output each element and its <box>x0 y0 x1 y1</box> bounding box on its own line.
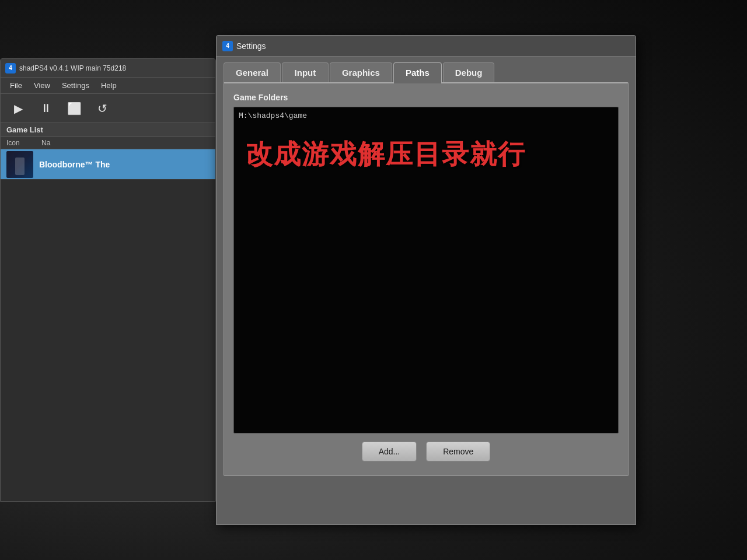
tab-general[interactable]: General <box>224 62 281 82</box>
stop-button[interactable]: ⬜ <box>64 98 85 119</box>
menu-view[interactable]: View <box>29 79 55 92</box>
section-title: Game Folders <box>233 93 619 102</box>
add-button[interactable]: Add... <box>362 442 417 461</box>
play-button[interactable]: ▶ <box>8 98 29 119</box>
main-app-icon: 4 <box>5 63 16 74</box>
tab-input[interactable]: Input <box>282 62 329 82</box>
settings-tabs-bar: General Input Graphics Paths Debug <box>217 57 636 82</box>
game-row-bloodborne[interactable]: Bloodborne™ The <box>1 149 215 180</box>
main-window: 4 shadPS4 v0.4.1 WIP main 75d218 File Vi… <box>0 58 216 502</box>
tab-debug[interactable]: Debug <box>443 62 495 82</box>
pause-button[interactable]: ⏸ <box>36 98 57 119</box>
file-listbox[interactable]: M:\shadps4\game 改成游戏解压目录就行 <box>233 107 619 433</box>
thumbnail-figure <box>15 158 25 175</box>
settings-window: 4 Settings General Input Graphics Paths … <box>216 35 636 525</box>
settings-content: Game Folders M:\shadps4\game 改成游戏解压目录就行 … <box>224 82 629 476</box>
tab-paths[interactable]: Paths <box>393 62 442 83</box>
menu-help[interactable]: Help <box>96 79 121 92</box>
remove-button[interactable]: Remove <box>426 442 490 461</box>
tab-graphics[interactable]: Graphics <box>330 62 392 82</box>
settings-window-title: Settings <box>236 41 266 51</box>
game-thumbnail <box>6 151 33 178</box>
settings-titlebar: 4 Settings <box>217 36 636 57</box>
main-window-title: shadPS4 v0.4.1 WIP main 75d218 <box>19 64 126 72</box>
main-toolbar: ▶ ⏸ ⬜ ↺ <box>1 94 215 123</box>
buttons-row: Add... Remove <box>233 433 619 466</box>
file-entry-1: M:\shadps4\game <box>236 110 616 122</box>
main-window-titlebar: 4 shadPS4 v0.4.1 WIP main 75d218 <box>1 59 215 78</box>
game-name: Bloodborne™ The <box>39 160 110 169</box>
col-name-header: Na <box>41 139 210 147</box>
menu-settings[interactable]: Settings <box>57 79 94 92</box>
column-headers: Icon Na <box>1 137 215 149</box>
menu-file[interactable]: File <box>5 79 27 92</box>
settings-app-icon: 4 <box>222 41 233 51</box>
annotation-text: 改成游戏解压目录就行 <box>246 136 526 173</box>
game-list-header: Game List <box>1 123 215 137</box>
refresh-button[interactable]: ↺ <box>92 98 113 119</box>
col-icon-header: Icon <box>6 139 41 147</box>
main-menu-bar: File View Settings Help <box>1 78 215 94</box>
